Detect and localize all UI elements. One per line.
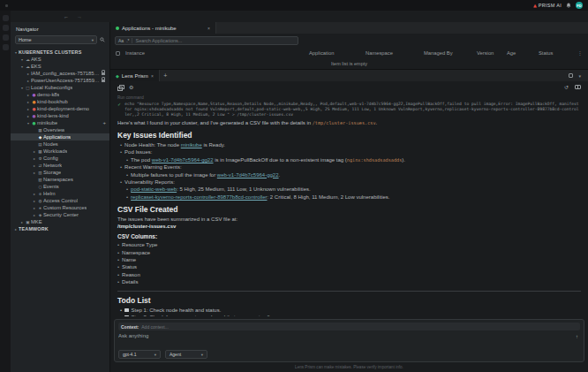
tree-item[interactable]: ▾ □ Local Kubeconfigs bbox=[11, 84, 109, 91]
copy-icon[interactable] bbox=[117, 85, 123, 90]
tree-item[interactable]: ▸ ∗ Custom Resources bbox=[11, 204, 109, 211]
todo-checkbox[interactable] bbox=[124, 315, 129, 316]
layout-columns-icon[interactable] bbox=[575, 85, 581, 89]
empty-list-message: Item list is empty bbox=[110, 58, 588, 69]
tab-applications-minikube[interactable]: Applications - minikube × bbox=[110, 22, 216, 34]
tree-item-label: Storage bbox=[43, 170, 61, 175]
inline-link[interactable]: web-v1-7d4b7c5964-gg22 bbox=[152, 157, 214, 163]
tree-item[interactable]: ▸ ● kind-lens-kind bbox=[11, 112, 109, 119]
back-button[interactable]: ← bbox=[64, 14, 69, 19]
tree-item[interactable]: ▾ ☁ EKS bbox=[11, 63, 109, 70]
chevron-down-icon: ▾ bbox=[201, 353, 203, 357]
todo-checkbox[interactable] bbox=[124, 308, 129, 313]
tree-item[interactable]: ▦ Overview bbox=[11, 126, 109, 133]
model-select[interactable]: gpt-4.1 ▾ bbox=[118, 350, 161, 359]
inline-text: is in ImagePullBackOff due to a non-exis… bbox=[214, 157, 347, 163]
inline-link[interactable]: pod-static-web-web bbox=[131, 186, 177, 192]
history-icon[interactable]: ↺ bbox=[564, 85, 569, 90]
ask-input[interactable] bbox=[118, 333, 576, 338]
tree-item[interactable]: ▧ Namespaces bbox=[11, 176, 109, 183]
tree-item[interactable]: ▸ PowerUserAccess-757185909751 bbox=[11, 77, 109, 84]
disclaimer-text: Lens Prism can make mistakes. Please ver… bbox=[110, 364, 588, 372]
tree-item[interactable]: ▾ KUBERNETES CLUSTERS bbox=[11, 49, 109, 56]
tab-lens-prism[interactable]: ◆ Lens Prism × bbox=[110, 70, 160, 81]
section-title-csv-created: CSV File Created bbox=[117, 205, 581, 214]
inline-link[interactable]: web-v1-7d4b7c5964-gg22 bbox=[217, 172, 279, 178]
todo-item: • Step 2: Check for non-running pods and… bbox=[117, 314, 581, 316]
issue-text: Vulnerability Reports: bbox=[124, 178, 175, 186]
close-icon[interactable]: × bbox=[207, 26, 210, 31]
bell-icon[interactable] bbox=[566, 3, 571, 8]
column-version[interactable]: Version bbox=[477, 50, 507, 56]
search-input[interactable] bbox=[135, 38, 295, 43]
tree-item[interactable]: ▸ ◍ Access Control bbox=[11, 197, 109, 204]
aks-cluster-icon: ☁ bbox=[25, 57, 31, 62]
inline-code: nginx:shdsadsadsadds bbox=[347, 157, 402, 163]
issue-text: Multiple failures to pull the image for … bbox=[131, 171, 280, 178]
tree-item[interactable]: ▸ ◈ Security Center bbox=[11, 211, 109, 218]
bullet-icon: • bbox=[117, 263, 119, 270]
collapse-chevron-icon[interactable]: ▾ bbox=[578, 73, 581, 79]
close-icon[interactable]: × bbox=[151, 73, 154, 79]
inline-text: . bbox=[376, 120, 378, 125]
tree-item[interactable]: ▸ ⚙ Config bbox=[11, 155, 109, 162]
column-status[interactable]: Status bbox=[539, 50, 572, 56]
inline-link[interactable]: minikube bbox=[181, 142, 202, 148]
tree-item[interactable]: ▸ ● kind-bookhub bbox=[11, 98, 109, 105]
inline-link[interactable]: replicaset-kyverno-reports-controller-89… bbox=[131, 194, 267, 200]
tree-item-label: Events bbox=[43, 184, 59, 189]
hotbar-item[interactable] bbox=[3, 15, 9, 21]
hotbar-item[interactable] bbox=[3, 34, 9, 41]
tree-item[interactable]: ▸ ▣ MKE bbox=[11, 218, 109, 225]
mode-select[interactable]: Agent ▾ bbox=[165, 350, 207, 359]
navigator-scope-dropdown[interactable]: Home ▾ bbox=[15, 35, 97, 44]
select-all-checkbox[interactable] bbox=[116, 51, 120, 56]
column-application[interactable]: Application bbox=[309, 50, 366, 56]
regex-button[interactable]: .* bbox=[126, 38, 129, 43]
chevron-down-icon: ▾ bbox=[155, 353, 156, 357]
tree-item[interactable]: ▾ ● minikube + bbox=[11, 119, 109, 126]
send-icon[interactable]: ↑ bbox=[576, 333, 580, 339]
csv-file-path: /tmp/cluster-issues.csv bbox=[117, 223, 581, 230]
hotbar-item[interactable] bbox=[3, 25, 9, 31]
hotbar-item[interactable] bbox=[3, 44, 9, 50]
tree-item[interactable]: ▤ Nodes bbox=[11, 140, 109, 148]
mode-value: Agent bbox=[170, 352, 181, 357]
add-icon[interactable]: + bbox=[102, 120, 107, 125]
warning-icon[interactable]: ▲ bbox=[533, 4, 537, 8]
issue-item: • Pod Issues: bbox=[117, 148, 581, 156]
new-chat-button[interactable]: + bbox=[160, 70, 171, 81]
search-icon[interactable] bbox=[100, 37, 105, 42]
tree-item[interactable]: ○ Events bbox=[11, 183, 109, 190]
column-instance[interactable]: Instance bbox=[125, 50, 309, 56]
tree-item-label: IAM_config_access-757185909751 bbox=[31, 71, 102, 76]
table-menu-icon[interactable]: ⋮ bbox=[572, 50, 583, 56]
forward-button[interactable]: → bbox=[77, 14, 82, 19]
column-age[interactable]: Age bbox=[507, 50, 539, 56]
tree-item-label: demo-k8s bbox=[37, 92, 59, 97]
tree-item[interactable]: ▸ ▥ Storage bbox=[11, 169, 109, 176]
tree-item[interactable]: ▸ TEAMWORK bbox=[11, 225, 109, 232]
settings-gear-icon[interactable]: ⚙ bbox=[129, 85, 133, 90]
config-icon: ⚙ bbox=[37, 156, 43, 161]
column-managed-by[interactable]: Managed By bbox=[424, 50, 477, 56]
context-label: Context: bbox=[121, 324, 139, 330]
tree-item[interactable]: ▾ ☁ AKS bbox=[11, 56, 109, 63]
tree-item[interactable]: ▸ ● kind-deployment-demo bbox=[11, 105, 109, 112]
bullet-icon: • bbox=[117, 278, 119, 285]
expand-icon[interactable] bbox=[569, 73, 573, 78]
tree-item[interactable]: ▸ IAM_config_access-757185909751 bbox=[11, 70, 109, 77]
prism-conversation: Run command ✓ echo "Resource Type,Namesp… bbox=[110, 93, 588, 316]
match-case-button[interactable]: Aa bbox=[118, 38, 124, 43]
avatar[interactable]: FD bbox=[576, 2, 583, 9]
tree-item[interactable]: ▸ ● demo-k8s bbox=[11, 91, 109, 98]
tree-item[interactable]: ▸ ⎈ Helm bbox=[11, 190, 109, 197]
tree-item[interactable]: ▸ ⇄ Network bbox=[11, 162, 109, 169]
app-window: ▲ PRISM AI FD ← → Navigator bbox=[0, 0, 588, 372]
tree-item[interactable]: ▸ ▩ Workloads bbox=[11, 148, 109, 155]
cluster-dot-icon: ● bbox=[31, 100, 37, 104]
context-button[interactable]: Context: Add context... bbox=[118, 323, 580, 330]
column-namespace[interactable]: Namespace bbox=[366, 50, 424, 56]
prism-icon: ◆ bbox=[116, 73, 119, 79]
tree-item[interactable]: ◆ Applications bbox=[11, 133, 109, 140]
